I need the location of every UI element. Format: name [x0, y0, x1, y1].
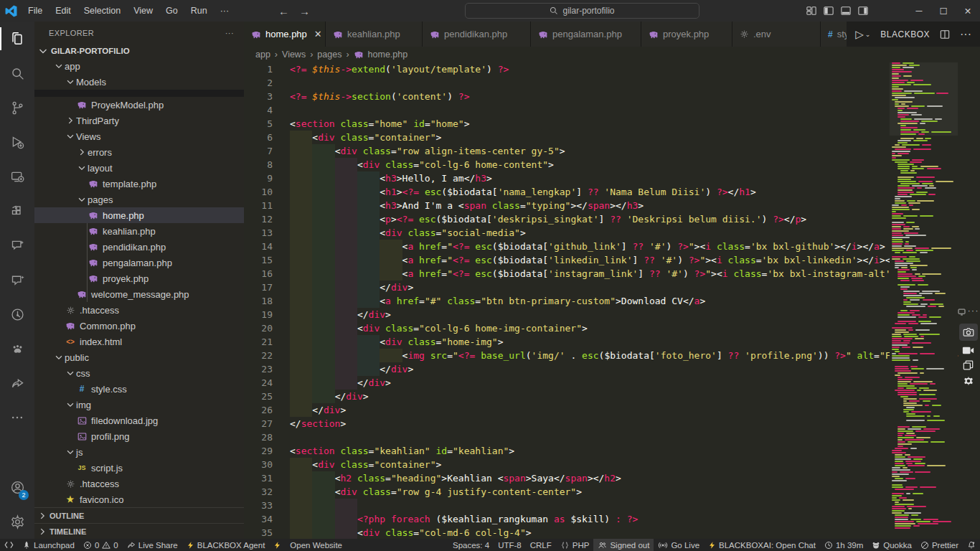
- capture-gear-icon[interactable]: [963, 375, 974, 387]
- sidebar-section-outline[interactable]: OUTLINE: [34, 507, 244, 523]
- blackbox-button[interactable]: BLACKBOX: [880, 29, 930, 39]
- status-bell[interactable]: [963, 539, 980, 551]
- activitybar-chat-sparkle-icon[interactable]: [0, 228, 34, 263]
- breadcrumb-item[interactable]: pages: [317, 50, 341, 60]
- tree-folder-pages[interactable]: pages: [34, 192, 244, 207]
- activitybar-remote-icon[interactable]: [0, 159, 34, 194]
- status-prettier[interactable]: Prettier: [916, 539, 963, 551]
- customize-layout-icon[interactable]: [806, 6, 816, 16]
- status-bolt[interactable]: [269, 539, 286, 551]
- code-line-28[interactable]: [290, 430, 980, 444]
- tree-file-proyekmodel-php[interactable]: ProyekModel.php: [34, 97, 244, 113]
- code-line-26[interactable]: </div>: [290, 403, 980, 417]
- tree-file-template-php[interactable]: template.php: [34, 176, 244, 192]
- activitybar-extensions-icon[interactable]: [0, 194, 34, 228]
- status-open-website[interactable]: Open Website: [286, 539, 347, 551]
- activitybar-scm-icon[interactable]: [0, 90, 34, 125]
- tab-keahlian-php[interactable]: keahlian.php: [326, 22, 423, 47]
- code-line-23[interactable]: </div>: [290, 362, 980, 376]
- status-go-live[interactable]: Go Live: [654, 539, 704, 551]
- status-php[interactable]: PHP: [556, 539, 594, 551]
- status-utf-8[interactable]: UTF-8: [494, 539, 526, 551]
- status-live-share[interactable]: Live Share: [123, 539, 182, 551]
- capture-video-icon[interactable]: [962, 346, 974, 355]
- toggle-sidebar-icon[interactable]: [824, 6, 834, 16]
- code-line-25[interactable]: </div>: [290, 390, 980, 403]
- close-tab-icon[interactable]: ✕: [314, 29, 322, 39]
- status-blackbox-agent[interactable]: BLACKBOX Agent: [182, 539, 270, 551]
- tree-folder-img[interactable]: img: [34, 397, 244, 413]
- menu-view[interactable]: View: [127, 0, 159, 22]
- toggle-secondary-sidebar-icon[interactable]: [858, 6, 868, 16]
- activitybar-explorer-icon[interactable]: [0, 22, 34, 56]
- code-line-27[interactable]: </section>: [290, 417, 980, 430]
- activitybar-search-icon[interactable]: [0, 56, 34, 90]
- code-line-9[interactable]: <h3>Hello, I am</h3>: [290, 171, 980, 185]
- tree-file-script-js[interactable]: JSscript.js: [34, 460, 244, 476]
- activitybar-ellipsis-icon[interactable]: [0, 400, 34, 435]
- menu-selection[interactable]: Selection: [77, 0, 127, 22]
- tree-folder-public[interactable]: public: [34, 349, 244, 365]
- minimap[interactable]: [890, 62, 958, 539]
- code-line-33[interactable]: [290, 499, 980, 512]
- tree-folder-app[interactable]: app: [34, 58, 244, 74]
- tree-folder-js[interactable]: js: [34, 444, 244, 460]
- maximize-button[interactable]: ☐: [931, 6, 956, 17]
- code-line-29[interactable]: <section class="keahlian" id="keahlian">: [290, 444, 980, 458]
- tree-file-home-php[interactable]: home.php: [34, 207, 244, 223]
- status-crlf[interactable]: CRLF: [526, 539, 556, 551]
- activitybar-share-arrow-icon[interactable]: [0, 366, 34, 400]
- tree-folder-errors[interactable]: errors: [34, 144, 244, 160]
- editor-more-actions-icon[interactable]: ···: [960, 28, 971, 41]
- code-line-34[interactable]: <?php foreach ($keahlian_rangkuman as $s…: [290, 512, 980, 526]
- capture-windows-icon[interactable]: [963, 360, 974, 370]
- tab-pengalaman-php[interactable]: pengalaman.php: [531, 22, 641, 47]
- explorer-more-actions-icon[interactable]: ···: [225, 29, 234, 37]
- nav-forward-icon[interactable]: →: [299, 5, 310, 17]
- code-line-20[interactable]: <div class="col-lg-6 home-img-container"…: [290, 321, 980, 335]
- menu-edit[interactable]: Edit: [49, 0, 77, 22]
- activitybar-comment-sparkle-icon[interactable]: [0, 263, 34, 297]
- tree-file--htaccess[interactable]: .htaccess: [34, 302, 244, 318]
- run-button[interactable]: ▷⌄: [855, 28, 870, 41]
- breadcrumb[interactable]: app›Views›pages›home.php: [244, 47, 980, 62]
- code-line-31[interactable]: <h2 class="heading">Keahlian <span>Saya<…: [290, 471, 980, 485]
- code-line-18[interactable]: <a href="#" class="btn btn-primary-custo…: [290, 294, 980, 308]
- code-line-22[interactable]: <img src="<?= base_url('img/' . esc($bio…: [290, 349, 980, 362]
- code-line-4[interactable]: [290, 103, 980, 117]
- close-button[interactable]: ✕: [956, 6, 980, 17]
- code-line-10[interactable]: <h1><?= esc($biodata['nama_lengkap'] ?? …: [290, 185, 980, 199]
- code-line-14[interactable]: <a href="<?= esc($biodata['github_link']…: [290, 240, 980, 253]
- tree-file-pengalaman-php[interactable]: pengalaman.php: [34, 255, 244, 270]
- tab-home-php[interactable]: home.php✕: [244, 22, 326, 47]
- tree-file--htaccess[interactable]: .htaccess: [34, 476, 244, 491]
- tree-file-index-html[interactable]: <>index.html: [34, 334, 244, 349]
- tree-file-welcome-message-php[interactable]: welcome_message.php: [34, 286, 244, 302]
- activitybar-settings-gear-icon[interactable]: [0, 504, 34, 539]
- code-line-7[interactable]: <div class="row align-items-center gy-5"…: [290, 144, 980, 158]
- tab-proyek-php[interactable]: proyek.php: [641, 22, 732, 47]
- tab--env[interactable]: .env: [732, 22, 821, 47]
- screen-dots-icon[interactable]: [958, 308, 966, 316]
- code-line-35[interactable]: <div class="col-md-6 col-lg-4">: [290, 526, 980, 539]
- code-line-17[interactable]: </div>: [290, 281, 980, 294]
- tree-file-profil-png[interactable]: profil.png: [34, 428, 244, 444]
- breadcrumb-item[interactable]: app: [255, 50, 270, 60]
- status-remote[interactable]: [0, 539, 18, 551]
- breadcrumb-item[interactable]: Views: [282, 50, 306, 60]
- activitybar-paw-icon[interactable]: [0, 331, 34, 366]
- breadcrumb-file[interactable]: home.php: [368, 50, 408, 60]
- tree-file-style-css[interactable]: #style.css: [34, 381, 244, 397]
- code-line-19[interactable]: </div>: [290, 308, 980, 321]
- status-1h-39m[interactable]: 1h 39m: [820, 539, 867, 551]
- status-blackboxai-open-chat[interactable]: BLACKBOXAI: Open Chat: [704, 539, 820, 551]
- code-line-15[interactable]: <a href="<?= esc($biodata['linkedin_link…: [290, 253, 980, 267]
- code-line-32[interactable]: <div class="row g-4 justify-content-cent…: [290, 485, 980, 499]
- capture-camera-icon[interactable]: [959, 324, 978, 341]
- code-line-1[interactable]: <?= $this->extend('layout/template') ?>: [290, 62, 980, 76]
- tree-file-keahlian-php[interactable]: keahlian.php: [34, 223, 244, 239]
- tree-folder-thirdparty[interactable]: ThirdParty: [34, 113, 244, 128]
- code-line-12[interactable]: <p><?= esc($biodata['deskripsi_singkat']…: [290, 212, 980, 226]
- tree-folder-layout[interactable]: layout: [34, 160, 244, 176]
- code-line-30[interactable]: <div class="container">: [290, 458, 980, 471]
